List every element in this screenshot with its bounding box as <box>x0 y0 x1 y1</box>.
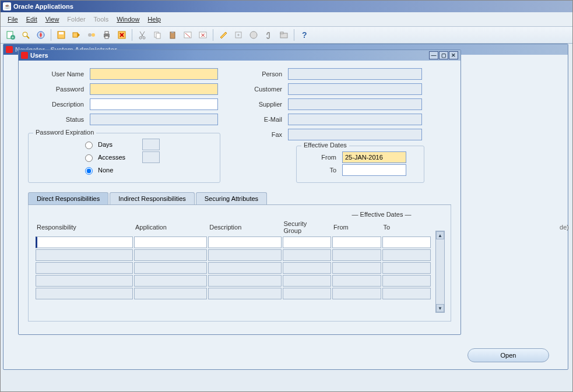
switch-resp-icon[interactable] <box>85 29 98 41</box>
effective-to-field[interactable] <box>342 164 406 176</box>
close-form-icon[interactable] <box>115 29 128 41</box>
grid-cell-security_group[interactable] <box>283 288 332 299</box>
status-field[interactable] <box>90 114 218 125</box>
next-step-icon[interactable] <box>70 29 83 41</box>
folder-tools-icon[interactable] <box>277 29 290 41</box>
translations-icon[interactable] <box>247 29 260 41</box>
grid-cell-from[interactable] <box>332 262 381 274</box>
users-titlebar[interactable]: Users — ▢ ✕ <box>19 50 460 61</box>
exp-none-radio[interactable] <box>85 167 93 175</box>
grid-cell-responsibility[interactable] <box>36 236 133 248</box>
user-name-field[interactable] <box>90 68 218 80</box>
menu-window[interactable]: Window <box>113 15 143 24</box>
supplier-field[interactable] <box>288 98 422 110</box>
grid-cell-to[interactable] <box>382 236 431 248</box>
users-form: User Name Password Description Stat <box>19 61 460 334</box>
email-field[interactable] <box>288 114 422 125</box>
effective-dates-group: Effective Dates <box>301 142 349 149</box>
grid-cell-description[interactable] <box>208 288 281 299</box>
grid-cell-responsibility[interactable] <box>36 262 133 274</box>
table-row[interactable] <box>36 288 431 299</box>
customer-field[interactable] <box>288 83 422 95</box>
table-row[interactable] <box>36 275 431 287</box>
menu-file[interactable]: File <box>4 15 22 24</box>
table-row[interactable] <box>36 262 431 274</box>
description-field[interactable] <box>90 98 218 110</box>
grid-cell-responsibility[interactable] <box>36 288 133 299</box>
print-icon[interactable] <box>100 29 113 41</box>
cut-icon[interactable] <box>136 29 149 41</box>
help-icon[interactable]: ? <box>298 29 311 41</box>
find-icon[interactable] <box>19 29 32 41</box>
attachments-icon[interactable] <box>262 29 275 41</box>
fax-field[interactable] <box>288 129 422 140</box>
label-accesses: Accesses <box>98 154 139 161</box>
label-fax: Fax <box>244 131 284 138</box>
svg-point-11 <box>88 33 92 37</box>
minimize-icon[interactable]: — <box>429 51 438 59</box>
grid-cell-from[interactable] <box>332 236 381 248</box>
grid-cell-to[interactable] <box>382 275 431 287</box>
clear-record-icon[interactable] <box>181 29 194 41</box>
exp-days-radio[interactable] <box>85 142 93 149</box>
grid-cell-security_group[interactable] <box>283 275 332 287</box>
grid-cell-to[interactable] <box>382 262 431 274</box>
grid-cell-description[interactable] <box>208 262 281 274</box>
table-row[interactable] <box>36 236 431 248</box>
grid-cell-responsibility[interactable] <box>36 249 133 261</box>
navigator-icon[interactable] <box>34 29 47 41</box>
grid-cell-from[interactable] <box>332 249 381 261</box>
grid-cell-application[interactable] <box>134 236 207 248</box>
truncated-text: de) <box>560 224 569 231</box>
scroll-up-icon[interactable]: ▲ <box>436 231 444 239</box>
menu-edit[interactable]: Edit <box>23 15 41 24</box>
tab-indirect-responsibilities[interactable]: Indirect Responsibilities <box>110 192 195 204</box>
java-icon: ☕ <box>3 2 11 10</box>
label-description: Description <box>28 101 86 108</box>
menu-folder: Folder <box>64 15 89 24</box>
grid-cell-description[interactable] <box>208 249 281 261</box>
edit-field-icon[interactable] <box>217 29 230 41</box>
exp-accesses-value[interactable] <box>142 151 160 163</box>
grid-scrollbar[interactable]: ▲ ▼ <box>435 231 445 313</box>
maximize-icon[interactable]: ▢ <box>439 51 448 59</box>
zoom-icon[interactable] <box>232 29 245 41</box>
person-field[interactable] <box>288 68 422 80</box>
paste-icon[interactable] <box>166 29 179 41</box>
grid-cell-security_group[interactable] <box>283 249 332 261</box>
copy-icon[interactable] <box>151 29 164 41</box>
menu-view[interactable]: View <box>42 15 63 24</box>
grid-cell-responsibility[interactable] <box>36 275 133 287</box>
exp-days-value[interactable] <box>142 139 160 150</box>
grid-cell-description[interactable] <box>208 236 281 248</box>
grid-cell-to[interactable] <box>382 288 431 299</box>
grid-cell-to[interactable] <box>382 249 431 261</box>
new-icon[interactable]: + <box>4 29 17 41</box>
grid-cell-description[interactable] <box>208 275 281 287</box>
users-title: Users <box>30 52 48 59</box>
grid-cell-from[interactable] <box>332 275 381 287</box>
open-button[interactable]: Open <box>467 348 549 362</box>
save-icon[interactable] <box>55 29 68 41</box>
svg-marker-31 <box>220 32 227 38</box>
grid-cell-application[interactable] <box>134 275 207 287</box>
table-row[interactable] <box>36 249 431 261</box>
close-icon[interactable]: ✕ <box>449 51 458 59</box>
menu-help[interactable]: Help <box>144 15 164 24</box>
grid-cell-application[interactable] <box>134 288 207 299</box>
grid-cell-from[interactable] <box>332 288 381 299</box>
grid-cell-security_group[interactable] <box>283 262 332 274</box>
responsibilities-tabs: Direct Responsibilities Indirect Respons… <box>28 192 451 205</box>
col-responsibility: Responsibility <box>36 220 133 235</box>
tab-securing-attributes[interactable]: Securing Attributes <box>196 192 267 204</box>
menubar: File Edit View Folder Tools Window Help <box>1 12 572 27</box>
effective-from-field[interactable] <box>342 151 406 163</box>
grid-cell-application[interactable] <box>134 249 207 261</box>
tab-direct-responsibilities[interactable]: Direct Responsibilities <box>28 192 108 204</box>
delete-record-icon[interactable]: ✕ <box>196 29 209 41</box>
grid-cell-security_group[interactable] <box>283 236 332 248</box>
scroll-down-icon[interactable]: ▼ <box>436 304 444 312</box>
password-field[interactable] <box>90 83 218 95</box>
grid-cell-application[interactable] <box>134 262 207 274</box>
exp-accesses-radio[interactable] <box>85 154 93 162</box>
